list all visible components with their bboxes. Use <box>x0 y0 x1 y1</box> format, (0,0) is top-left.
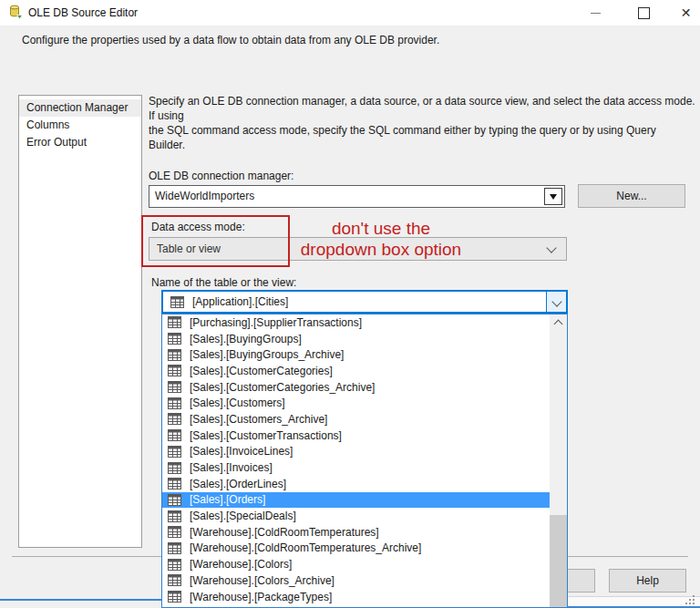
pages-list: Connection Manager Columns Error Output <box>18 95 142 548</box>
dropdown-item-label: [Sales].[BuyingGroups_Archive] <box>190 348 344 361</box>
dropdown-item[interactable]: [Purchasing].[SupplierTransactions] <box>162 314 550 331</box>
instructions-text: Specify an OLE DB connection manager, a … <box>149 94 695 152</box>
dropdown-item-label: [Sales].[OrderLines] <box>190 478 286 490</box>
chevron-down-icon <box>551 296 561 306</box>
title-bar[interactable]: OLE DB Source Editor ✕ <box>0 0 700 26</box>
dropdown-item-label: [Sales].[CustomerTransactions] <box>190 429 342 442</box>
dropdown-item[interactable]: [Sales].[CustomerCategories_Archive] <box>162 379 550 396</box>
table-icon <box>168 349 181 361</box>
connection-manager-value: WideWorldImporters <box>155 190 254 202</box>
close-icon: ✕ <box>681 6 692 19</box>
dropdown-item-label: [Warehouse].[PackageTypes] <box>190 591 332 603</box>
dropdown-item[interactable]: [Sales].[BuyingGroups_Archive] <box>162 346 550 363</box>
dropdown-item-label: [Warehouse].[Colors_Archive] <box>190 574 335 587</box>
dropdown-item-label: [Sales].[SpecialDeals] <box>190 510 296 522</box>
minimize-button[interactable] <box>575 0 616 26</box>
dropdown-item[interactable]: [Sales].[Invoices] <box>162 459 550 476</box>
table-icon <box>168 462 181 474</box>
table-icon <box>168 397 181 409</box>
table-icon <box>168 542 181 554</box>
scroll-up-button[interactable] <box>550 314 567 330</box>
dropdown-item[interactable]: [Sales].[SpecialDeals] <box>162 508 550 524</box>
dropdown-item-label: [Sales].[Customers] <box>190 397 285 409</box>
sidebar-item-columns[interactable]: Columns <box>19 117 141 134</box>
table-icon <box>168 381 181 393</box>
dropdown-item-label: [Purchasing].[SupplierTransactions] <box>190 316 362 329</box>
dropdown-item[interactable]: [Warehouse].[ColdRoomTemperatures] <box>162 524 550 541</box>
dropdown-item[interactable]: [Warehouse].[PackageTypes] <box>162 589 550 605</box>
table-name-label: Name of the table or the view: <box>151 276 296 289</box>
dropdown-item[interactable]: [Sales].[BuyingGroups] <box>162 331 550 347</box>
triangle-down-icon <box>550 194 557 200</box>
new-connection-button[interactable]: New... <box>578 184 685 208</box>
dropdown-item-label: [Sales].[Invoices] <box>190 461 273 474</box>
dialog-description: Configure the properties used by a data … <box>22 34 439 46</box>
dropdown-item-label: [Sales].[Orders] <box>190 493 265 506</box>
scrollbar-thumb[interactable] <box>550 515 567 607</box>
dropdown-item[interactable]: [Sales].[Customers_Archive] <box>162 411 550 428</box>
table-icon <box>168 333 181 345</box>
dropdown-item[interactable]: [Warehouse].[Colors_Archive] <box>162 572 550 589</box>
dropdown-item[interactable]: [Sales].[InvoiceLines] <box>162 444 550 460</box>
resize-grip[interactable] <box>685 595 687 597</box>
dropdown-item[interactable]: [Sales].[CustomerTransactions] <box>162 428 550 444</box>
instructions-line1: Specify an OLE DB connection manager, a … <box>149 95 695 122</box>
table-name-combobox[interactable]: [Application].[Cities] <box>161 290 568 314</box>
table-icon <box>168 413 181 425</box>
instructions-line2: the SQL command access mode, specify the… <box>149 124 656 151</box>
dropdown-item-label: [Warehouse].[ColdRoomTemperatures_Archiv… <box>190 541 421 554</box>
maximize-button[interactable] <box>623 0 664 26</box>
dropdown-item-label: [Warehouse].[Colors] <box>190 558 292 571</box>
dropdown-item[interactable]: [Sales].[Orders] <box>162 492 550 509</box>
sidebar-item-connection-manager[interactable]: Connection Manager <box>19 99 141 117</box>
connection-manager-label: OLE DB connection manager: <box>149 170 293 182</box>
annotation-text: don't use the dropdown box option <box>288 218 474 260</box>
table-icon <box>168 559 181 571</box>
sidebar-item-error-output[interactable]: Error Output <box>19 134 141 151</box>
window-edge <box>0 599 161 601</box>
dropdown-item[interactable]: [Warehouse].[ColdRoomTemperatures_Archiv… <box>162 541 550 557</box>
maximize-icon <box>638 7 650 19</box>
table-icon <box>168 478 181 489</box>
table-icon <box>168 446 181 458</box>
ole-db-source-editor-dialog: OLE DB Source Editor ✕ Configure the pro… <box>0 0 700 608</box>
connection-manager-combobox[interactable]: WideWorldImporters <box>149 185 565 208</box>
table-icon <box>170 295 184 312</box>
dropdown-item[interactable]: [Sales].[CustomerCategories] <box>162 363 550 379</box>
table-icon <box>168 526 181 538</box>
dropdown-item-label: [Sales].[CustomerCategories] <box>190 365 333 377</box>
dropdown-scrollbar[interactable] <box>550 314 567 607</box>
dropdown-item[interactable]: [Sales].[OrderLines] <box>162 476 550 492</box>
database-icon <box>8 5 23 20</box>
annotation-rectangle <box>141 215 290 267</box>
dropdown-item[interactable]: [Warehouse].[Colors] <box>162 556 550 572</box>
connection-manager-dropdown-button[interactable] <box>544 188 562 205</box>
table-dropdown-popup: [Purchasing].[SupplierTransactions] [Sal… <box>161 314 568 608</box>
table-icon <box>168 316 181 328</box>
annotation-line2: dropdown box option <box>301 240 461 259</box>
close-button[interactable]: ✕ <box>665 0 700 26</box>
table-name-value: [Application].[Cities] <box>192 295 288 308</box>
dropdown-item-label: [Sales].[CustomerCategories_Archive] <box>190 381 375 394</box>
table-dropdown-list: [Purchasing].[SupplierTransactions] [Sal… <box>162 314 550 607</box>
dropdown-item[interactable]: [Sales].[Customers] <box>162 395 550 411</box>
chevron-up-icon <box>554 319 563 328</box>
dropdown-item-label: [Sales].[Customers_Archive] <box>190 413 327 426</box>
table-icon <box>168 591 181 603</box>
window-title: OLE DB Source Editor <box>28 6 138 19</box>
dropdown-item-label: [Warehouse].[ColdRoomTemperatures] <box>190 526 379 539</box>
table-icon <box>168 365 181 376</box>
annotation-line1: don't use the <box>332 219 430 238</box>
table-icon <box>168 574 181 586</box>
help-button[interactable]: Help <box>609 569 686 593</box>
minimize-icon <box>591 13 601 14</box>
table-name-dropdown-button[interactable] <box>546 292 566 312</box>
dropdown-item-label: [Sales].[InvoiceLines] <box>190 445 293 458</box>
chevron-down-icon <box>546 242 556 252</box>
dropdown-item-label: [Sales].[BuyingGroups] <box>190 333 302 345</box>
table-icon <box>168 494 181 506</box>
table-icon <box>168 429 181 441</box>
table-icon <box>168 510 181 522</box>
